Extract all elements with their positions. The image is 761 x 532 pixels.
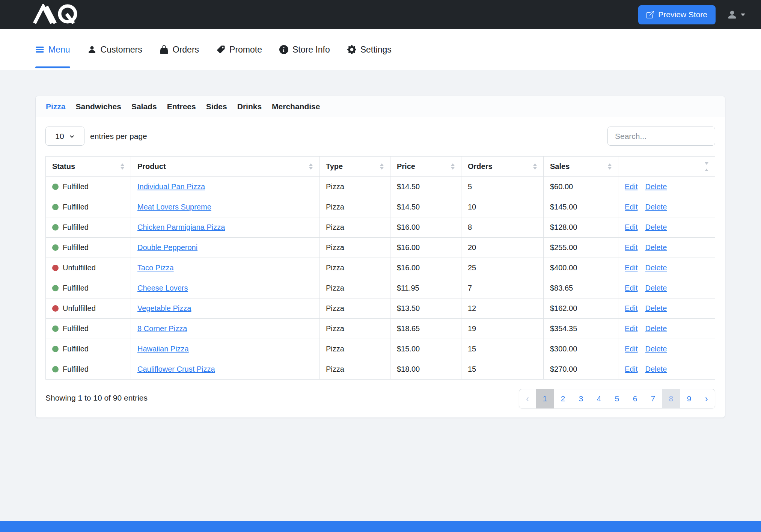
product-link[interactable]: Double Pepperoni <box>137 243 197 252</box>
product-link[interactable]: Chicken Parmigiana Pizza <box>137 223 225 231</box>
delete-link[interactable]: Delete <box>645 223 667 231</box>
tab-salads[interactable]: Salads <box>131 102 157 111</box>
tab-entrees[interactable]: Entrees <box>167 102 196 111</box>
hamburger-icon <box>35 45 44 54</box>
topbar: Preview Store <box>0 0 761 29</box>
column-header-product[interactable]: Product <box>131 157 319 177</box>
pagination-next[interactable]: › <box>698 389 715 408</box>
tab-drinks[interactable]: Drinks <box>237 102 262 111</box>
product-link[interactable]: Cauliflower Crust Pizza <box>137 365 215 373</box>
product-link[interactable]: Hawaiian Pizza <box>137 345 189 353</box>
sales-cell: $300.00 <box>544 339 618 359</box>
edit-link[interactable]: Edit <box>625 243 637 252</box>
sales-cell: $128.00 <box>544 217 618 238</box>
price-cell: $18.65 <box>390 319 461 339</box>
delete-link[interactable]: Delete <box>645 243 667 252</box>
nav-item-menu[interactable]: Menu <box>35 45 70 55</box>
delete-link[interactable]: Delete <box>645 284 667 292</box>
product-link[interactable]: 8 Corner Pizza <box>137 324 187 333</box>
status-label: Fulfilled <box>63 284 89 292</box>
pagination-prev[interactable]: ‹ <box>519 389 536 408</box>
type-cell: Pizza <box>319 197 390 217</box>
nav-item-store-info[interactable]: Store Info <box>279 45 330 55</box>
pagination-page-9[interactable]: 9 <box>680 389 698 408</box>
status-dot <box>52 366 59 372</box>
sales-cell: $255.00 <box>544 238 618 258</box>
column-header-orders[interactable]: Orders <box>461 157 544 177</box>
entries-per-page-select[interactable]: 10 <box>45 127 84 146</box>
edit-link[interactable]: Edit <box>625 264 637 272</box>
pagination-page-5[interactable]: 5 <box>608 389 626 408</box>
brand-logo[interactable] <box>33 4 80 26</box>
delete-link[interactable]: Delete <box>645 203 667 211</box>
pagination-page-8[interactable]: 8 <box>662 389 680 408</box>
nav-item-settings[interactable]: Settings <box>347 45 392 55</box>
product-link[interactable]: Individual Pan Pizza <box>137 182 205 191</box>
price-cell: $14.50 <box>390 197 461 217</box>
product-link[interactable]: Vegetable Pizza <box>137 304 191 312</box>
table-row: Fulfilled Hawaiian Pizza Pizza $15.00 15… <box>46 339 715 359</box>
table-controls: 10 entries per page <box>45 127 715 146</box>
sales-cell: $354.35 <box>544 319 618 339</box>
tab-sandwiches[interactable]: Sandwiches <box>76 102 121 111</box>
tab-pizza[interactable]: Pizza <box>46 102 66 111</box>
column-header-sales[interactable]: Sales <box>544 157 618 177</box>
delete-link[interactable]: Delete <box>645 324 667 333</box>
table-header-row: Status Product Type Price Orders Sales <box>46 157 715 177</box>
tab-sides[interactable]: Sides <box>206 102 227 111</box>
product-link[interactable]: Cheese Lovers <box>137 284 188 292</box>
product-link[interactable]: Meat Lovers Supreme <box>137 203 211 211</box>
edit-link[interactable]: Edit <box>625 324 637 333</box>
table-row: Fulfilled Cheese Lovers Pizza $11.95 7 $… <box>46 278 715 298</box>
edit-link[interactable]: Edit <box>625 203 637 211</box>
edit-link[interactable]: Edit <box>625 345 637 353</box>
orders-cell: 25 <box>461 258 544 278</box>
delete-link[interactable]: Delete <box>645 365 667 373</box>
orders-cell: 5 <box>461 177 544 197</box>
table-row: Fulfilled Chicken Parmigiana Pizza Pizza… <box>46 217 715 238</box>
nav-item-promote[interactable]: Promote <box>216 45 262 55</box>
pagination-page-6[interactable]: 6 <box>626 389 644 408</box>
sort-icon <box>705 162 708 171</box>
person-icon <box>727 9 737 20</box>
edit-link[interactable]: Edit <box>625 284 637 292</box>
type-cell: Pizza <box>319 217 390 238</box>
column-header-price[interactable]: Price <box>390 157 461 177</box>
sales-cell: $270.00 <box>544 359 618 380</box>
search-input[interactable] <box>607 127 715 146</box>
tab-merchandise[interactable]: Merchandise <box>272 102 320 111</box>
preview-store-button[interactable]: Preview Store <box>638 5 716 24</box>
topbar-right: Preview Store <box>638 5 745 24</box>
pagination-page-1[interactable]: 1 <box>536 389 554 408</box>
status-label: Fulfilled <box>63 324 89 333</box>
edit-link[interactable]: Edit <box>625 365 637 373</box>
sales-cell: $400.00 <box>544 258 618 278</box>
pagination-page-4[interactable]: 4 <box>590 389 608 408</box>
column-header-actions[interactable] <box>618 157 715 177</box>
showing-entries-text: Showing 1 to 10 of 90 entries <box>45 389 148 402</box>
column-header-type[interactable]: Type <box>319 157 390 177</box>
edit-link[interactable]: Edit <box>625 304 637 312</box>
product-link[interactable]: Taco Pizza <box>137 264 174 272</box>
brand-logo-icon <box>33 4 80 24</box>
nav-item-orders[interactable]: Orders <box>160 45 199 55</box>
orders-cell: 20 <box>461 238 544 258</box>
edit-link[interactable]: Edit <box>625 182 637 191</box>
delete-link[interactable]: Delete <box>645 304 667 312</box>
price-cell: $16.00 <box>390 258 461 278</box>
type-cell: Pizza <box>319 278 390 298</box>
delete-link[interactable]: Delete <box>645 264 667 272</box>
delete-link[interactable]: Delete <box>645 182 667 191</box>
pagination-page-2[interactable]: 2 <box>554 389 572 408</box>
type-cell: Pizza <box>319 339 390 359</box>
delete-link[interactable]: Delete <box>645 345 667 353</box>
card-body: 10 entries per page Status Product <box>36 117 725 417</box>
nav-item-customers[interactable]: Customers <box>87 45 142 55</box>
account-menu-button[interactable] <box>727 9 745 20</box>
pagination-page-3[interactable]: 3 <box>572 389 590 408</box>
pagination-page-7[interactable]: 7 <box>644 389 662 408</box>
page: Preview Store Menu Customers Orders Prom… <box>0 0 761 532</box>
status-dot <box>52 326 59 332</box>
edit-link[interactable]: Edit <box>625 223 637 231</box>
column-header-status[interactable]: Status <box>46 157 131 177</box>
